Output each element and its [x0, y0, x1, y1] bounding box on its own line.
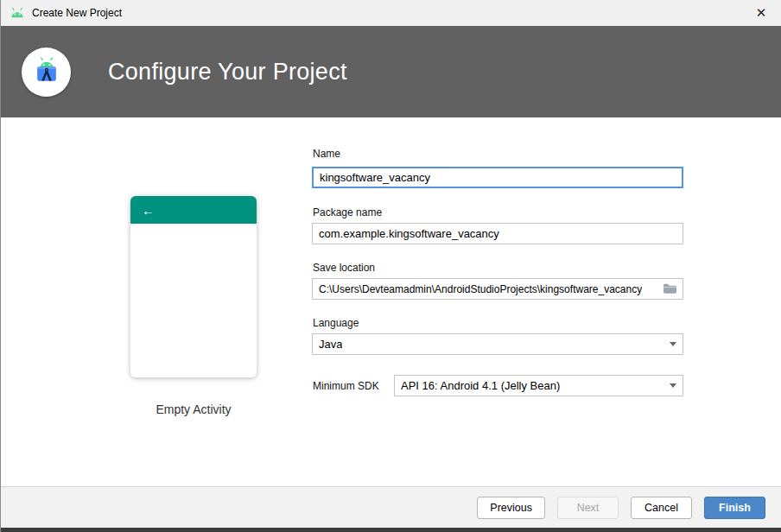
min-sdk-dropdown[interactable]: API 16: Android 4.1 (Jelly Bean)	[394, 375, 683, 396]
cancel-button[interactable]: Cancel	[631, 497, 692, 519]
back-arrow-icon: ←	[142, 203, 155, 218]
previous-button[interactable]: Previous	[477, 497, 545, 519]
android-icon	[10, 7, 25, 19]
activity-preview-appbar: ←	[130, 196, 257, 224]
window-bottom-edge	[1, 528, 781, 532]
wizard-header: Configure Your Project	[1, 26, 781, 117]
language-label: Language	[313, 317, 359, 329]
close-icon: ✕	[756, 5, 767, 21]
name-label: Name	[313, 148, 340, 160]
chevron-down-icon	[670, 342, 676, 346]
language-dropdown[interactable]: Java	[312, 333, 683, 355]
package-name-value: com.example.kingsoftware_vacancy	[319, 227, 499, 240]
package-name-label: Package name	[313, 206, 382, 218]
content-area: ← Empty Activity Name kingsoftware_vacan…	[1, 117, 781, 486]
folder-icon[interactable]	[664, 283, 676, 294]
save-location-input[interactable]: C:\Users\Devteamadmin\AndroidStudioProje…	[312, 278, 683, 300]
name-input[interactable]: kingsoftware_vacancy	[312, 167, 683, 188]
android-studio-logo-icon	[29, 54, 64, 89]
activity-template-preview: ←	[130, 196, 257, 377]
min-sdk-value: API 16: Android 4.1 (Jelly Bean)	[401, 379, 560, 392]
name-value: kingsoftware_vacancy	[320, 171, 430, 184]
save-location-value: C:\Users\Devteamadmin\AndroidStudioProje…	[319, 283, 642, 295]
save-location-label: Save location	[313, 262, 375, 274]
finish-button[interactable]: Finish	[704, 497, 765, 519]
create-new-project-dialog: Create New Project ✕ Configure Your Proj…	[0, 0, 781, 532]
min-sdk-label: Minimum SDK	[313, 380, 379, 392]
page-title: Configure Your Project	[108, 59, 347, 86]
android-studio-logo	[22, 48, 71, 97]
wizard-footer: Previous Next Cancel Finish	[1, 486, 781, 528]
activity-template-name: Empty Activity	[130, 402, 257, 416]
close-button[interactable]: ✕	[741, 0, 781, 26]
chevron-down-icon	[670, 383, 676, 388]
next-button: Next	[557, 497, 619, 519]
title-bar: Create New Project ✕	[1, 0, 781, 26]
language-value: Java	[319, 338, 342, 351]
window-title: Create New Project	[32, 7, 122, 19]
package-name-input[interactable]: com.example.kingsoftware_vacancy	[312, 223, 683, 244]
